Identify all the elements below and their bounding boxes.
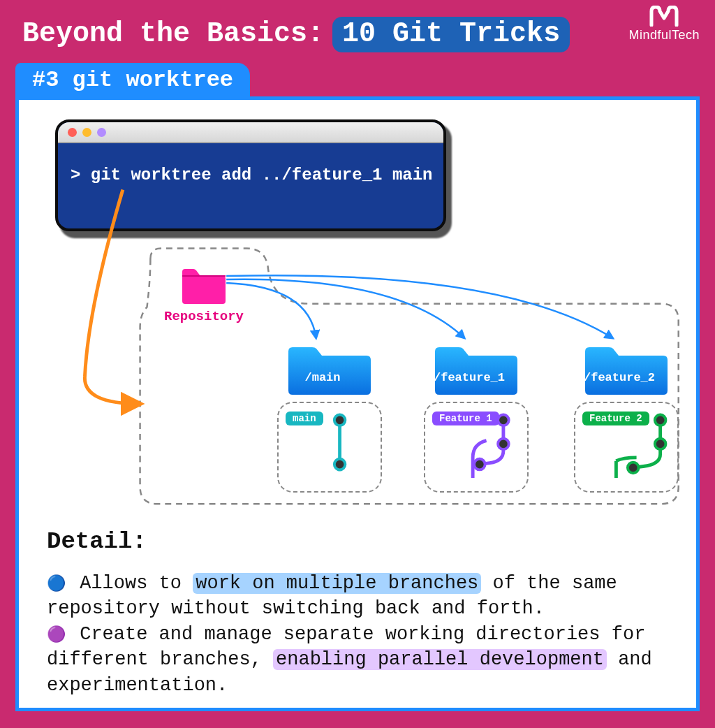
title-part-a: Beyond the Basics: (22, 18, 324, 50)
git-graph-icon (279, 403, 381, 492)
repository-node: Repository (164, 266, 244, 324)
folder-icon (431, 343, 522, 395)
git-graph-icon (575, 403, 677, 492)
detail-section: Detail: 🔵 Allows to work on multiple bra… (47, 526, 675, 698)
detail-line-1: 🔵 Allows to work on multiple branches of… (47, 571, 675, 622)
svg-point-0 (334, 415, 346, 426)
worktree-feature2: /feature_2 Feature 2 (574, 343, 679, 493)
brand-logo: MindfulTech (628, 6, 700, 43)
brand-text: MindfulTech (628, 28, 700, 42)
zoom-icon (97, 128, 106, 137)
highlight: enabling parallel development (273, 649, 607, 670)
folder-icon (284, 343, 375, 395)
terminal-command: > git worktree add ../feature_1 main (58, 143, 443, 184)
worktree-path: /main (277, 371, 368, 384)
highlight: work on multiple branches (193, 573, 481, 594)
git-graph-icon (425, 403, 527, 492)
svg-point-4 (474, 459, 485, 470)
repository-label: Repository (164, 309, 244, 324)
svg-point-5 (655, 415, 666, 426)
svg-point-1 (334, 459, 346, 470)
worktree-main: /main main (277, 343, 382, 493)
branch-graph-feature2: Feature 2 (574, 402, 679, 493)
folder-icon (179, 266, 228, 304)
brand-icon (649, 6, 679, 27)
terminal-window: > git worktree add ../feature_1 main (55, 119, 446, 231)
title-part-b: 10 Git Tricks (332, 17, 570, 52)
svg-point-7 (628, 463, 639, 474)
bullet-icon: 🟣 (47, 627, 66, 644)
content-panel: > git worktree add ../feature_1 main Rep… (15, 96, 700, 711)
page-title: Beyond the Basics: 10 Git Tricks (22, 17, 570, 52)
svg-point-3 (498, 439, 509, 450)
close-icon (68, 128, 77, 137)
terminal-titlebar (58, 122, 443, 143)
branch-graph-feature1: Feature 1 (424, 402, 529, 493)
worktree-path: /feature_2 (574, 371, 665, 384)
svg-point-6 (655, 439, 666, 450)
minimize-icon (82, 128, 91, 137)
worktree-feature1: /feature_1 Feature 1 (424, 343, 529, 493)
branch-graph-main: main (277, 402, 382, 493)
bullet-icon: 🔵 (47, 576, 66, 593)
detail-heading: Detail: (47, 526, 675, 558)
svg-point-2 (498, 415, 509, 426)
detail-line-2: 🟣 Create and manage separate working dir… (47, 622, 675, 698)
folder-icon (581, 343, 672, 395)
section-tab: #3 git worktree (15, 63, 250, 99)
worktree-path: /feature_1 (424, 371, 515, 384)
